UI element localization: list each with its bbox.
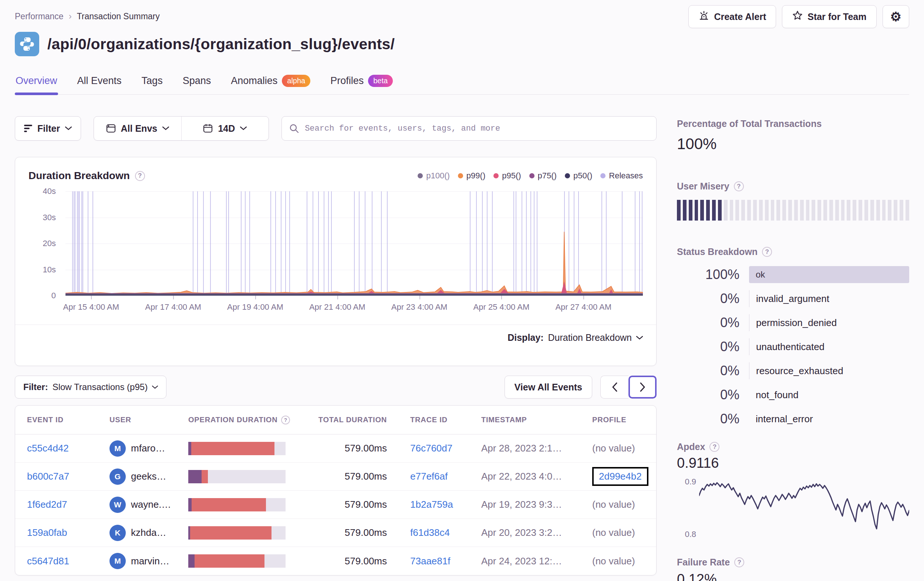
tab-all-events[interactable]: All Events [77,71,122,94]
trace-id-link[interactable]: f61d38c4 [410,527,450,538]
tab-tags[interactable]: Tags [141,71,163,94]
tab-overview[interactable]: Overview [15,71,58,94]
environment-dropdown[interactable]: All Envs [94,117,181,140]
tab-label: Anomalies [231,75,277,87]
status-percent: 0% [677,363,749,379]
transactions-filter-label: Filter: [23,382,48,392]
profile-id-link[interactable]: 2d99e4b2 [599,471,642,482]
transactions-filter-dropdown[interactable]: Filter: Slow Transactions (p95) [15,376,167,399]
legend-item-p75[interactable]: p75() [529,171,557,180]
apdex-y-top: 0.9 [677,477,696,487]
status-name: resource_exhausted [749,362,909,379]
y-tick-label: 20s [43,239,56,248]
trace-id-link[interactable]: 73aae81f [410,556,450,567]
star-for-team-button[interactable]: Star for Team [782,5,876,28]
filter-icon [24,125,32,132]
filter-dropdown[interactable]: Filter [15,116,81,141]
misery-bar-empty [853,200,856,220]
operation-duration-bar[interactable] [188,526,285,540]
y-tick-label: 40s [43,187,56,196]
event-id-link[interactable]: b600c7a7 [27,471,69,482]
legend-dot [565,173,570,179]
sidebar: Percentage of Total Transactions 100% Us… [677,118,909,581]
column-header-label: OPERATION DURATION [188,415,277,424]
operation-duration-bar[interactable] [188,555,285,568]
breadcrumb-performance[interactable]: Performance [15,12,64,22]
trace-id-link[interactable]: 1b2a759a [410,499,453,510]
column-header-label: PROFILE [592,415,626,424]
profile-no-value: (no value) [592,443,635,454]
help-icon[interactable]: ? [734,557,744,567]
search-input[interactable] [282,116,657,141]
op-bar-p75-segment [188,470,201,483]
event-id-link[interactable]: 159a0fab [27,527,67,538]
legend-item-Releases[interactable]: Releases [601,171,643,180]
x-tick [255,296,256,300]
cursor-highlight-box: 2d99e4b2 [592,467,648,486]
tab-label: Tags [142,75,163,87]
event-id-link[interactable]: c55c4d42 [27,443,69,454]
event-id-link[interactable]: c5647d81 [27,556,69,567]
status-breakdown-list: 100%ok0%invalid_argument0%permission_den… [677,266,909,427]
help-icon[interactable]: ? [281,415,290,424]
help-icon[interactable]: ? [710,442,719,452]
x-tick [91,296,92,300]
misery-bar-empty [730,200,734,220]
timestamp: Apr 19, 2023 9:3… [481,499,562,510]
avatar: G [109,468,126,485]
user-name: geeks… [131,471,166,482]
status-percent: 0% [677,315,749,331]
table-header-row: EVENT IDUSEROPERATION DURATION?TOTAL DUR… [15,406,656,434]
column-header-operation-duration: OPERATION DURATION? [188,415,299,424]
user-name: marvin… [131,556,169,567]
operation-duration-bar[interactable] [188,442,285,455]
gear-icon: ⚙ [890,10,901,23]
user-name: kzhda… [131,527,166,538]
date-range-label: 14D [218,123,235,134]
event-id-link[interactable]: 1f6ed2d7 [27,499,67,510]
environment-label: All Envs [121,123,158,134]
legend-item-p95[interactable]: p95() [493,171,521,180]
previous-page-button[interactable] [601,376,629,399]
trace-id-link[interactable]: 76c760d7 [410,443,452,454]
view-all-events-label: View All Events [515,382,582,392]
legend-item-p100[interactable]: p100() [417,171,450,180]
tab-label: Spans [183,75,211,87]
op-bar-p75-segment [188,498,191,511]
misery-bar-empty [800,200,804,220]
status-bar-ok[interactable]: ok [749,266,909,283]
settings-button[interactable]: ⚙ [883,5,909,28]
chart-legend: p100()p99()p95()p75()p50()Releases [417,171,643,180]
legend-label: p100() [426,171,450,180]
display-selector[interactable]: Display: Duration Breakdown [15,324,656,351]
tab-spans[interactable]: Spans [182,71,212,94]
help-icon[interactable]: ? [734,181,744,191]
legend-label: p50() [573,171,592,180]
trace-id-link[interactable]: e77ef6af [410,471,447,482]
view-all-events-button[interactable]: View All Events [505,376,592,399]
operation-duration-bar[interactable] [188,498,285,511]
tab-label: All Events [77,75,122,87]
window-icon [106,124,116,133]
tab-anomalies[interactable]: Anomaliesalpha [230,71,311,94]
profile-no-value: (no value) [592,527,635,538]
help-icon[interactable]: ? [762,247,772,257]
tab-profiles[interactable]: Profilesbeta [330,71,394,94]
avatar: W [109,497,126,513]
next-page-button[interactable] [629,376,657,399]
user-name: mfaro… [131,443,165,454]
tabs-bar: OverviewAll EventsTagsSpansAnomaliesalph… [15,71,909,95]
help-icon[interactable]: ? [135,171,145,181]
status-row-permission_denied: 0%permission_denied [677,314,909,331]
chart-plot-area[interactable]: Apr 15 4:00 AMApr 17 4:00 AMApr 19 4:00 … [66,191,643,296]
date-range-dropdown[interactable]: 14D [181,117,269,140]
status-percent: 100% [677,267,749,282]
operation-duration-bar[interactable] [188,470,285,483]
y-tick-label: 30s [43,213,56,222]
chevron-down-icon [240,127,247,130]
legend-item-p50[interactable]: p50() [565,171,592,180]
legend-label: p95() [502,171,521,180]
create-alert-button[interactable]: Create Alert [688,5,776,28]
legend-item-p99[interactable]: p99() [458,171,485,180]
op-bar-p95-segment [195,555,264,568]
